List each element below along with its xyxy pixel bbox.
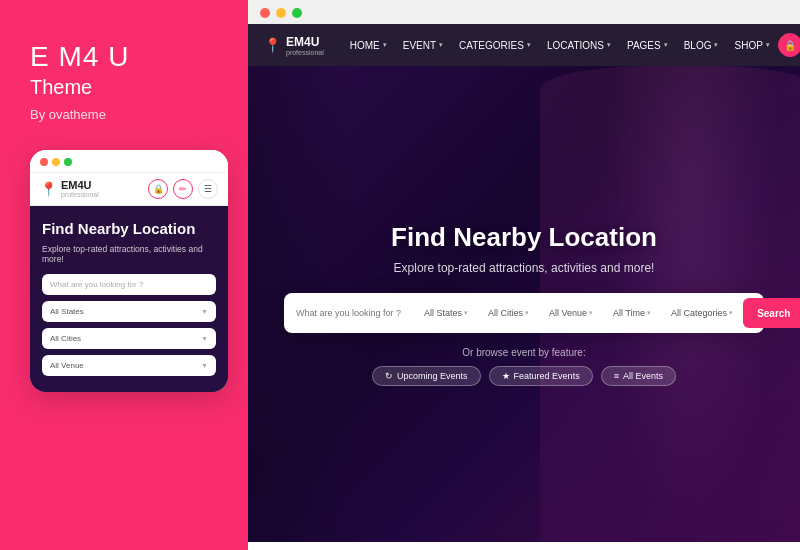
mobile-menu-icon[interactable]: ☰ (198, 179, 218, 199)
right-panel: 📍 EM4U professional HOME ▾ EVENT ▾ CATEG… (248, 0, 800, 550)
mobile-mockup: 📍 EM4U professional 🔒 ✏ ☰ Find Nearby Lo… (30, 150, 228, 393)
mobile-nav-icons: 🔒 ✏ ☰ (148, 179, 218, 199)
search-button[interactable]: Search (743, 298, 800, 328)
browse-label: Or browse event by feature: (372, 347, 676, 358)
left-panel: E M4 U Theme By ovatheme 📍 EM4U professi… (0, 0, 248, 550)
upcoming-label: Upcoming Events (397, 371, 468, 381)
nav-event-arrow: ▾ (439, 41, 443, 49)
mobile-hero-title: Find Nearby Location (42, 220, 216, 239)
categories-dropdown[interactable]: All Categories ▾ (667, 308, 737, 318)
mobile-nav-bar: 📍 EM4U professional 🔒 ✏ ☰ (30, 173, 228, 206)
search-input[interactable] (296, 308, 408, 318)
theme-title: E M4 U (30, 40, 129, 74)
mobile-logo-sub: professional (61, 191, 99, 198)
mobile-select-arrow-2: ▼ (201, 335, 208, 342)
mobile-states-select[interactable]: All States ▼ (42, 301, 216, 322)
nav-locations[interactable]: LOCATIONS ▾ (539, 24, 619, 66)
mobile-logo: 📍 EM4U professional (40, 179, 99, 198)
featured-icon: ★ (502, 371, 510, 381)
nav-lock-button[interactable]: 🔒 (778, 33, 800, 57)
mobile-dot-green (64, 158, 72, 166)
time-arrow: ▾ (647, 309, 651, 317)
site-logo-sub: professional (286, 49, 324, 56)
mobile-dot-red (40, 158, 48, 166)
site-logo-pin-icon: 📍 (264, 37, 281, 53)
upcoming-icon: ↻ (385, 371, 393, 381)
states-dropdown[interactable]: All States ▾ (420, 308, 472, 318)
nav-blog[interactable]: BLOG ▾ (676, 24, 727, 66)
nav-locations-arrow: ▾ (607, 41, 611, 49)
nav-shop[interactable]: SHOP ▾ (726, 24, 777, 66)
website-wrapper: 📍 EM4U professional HOME ▾ EVENT ▾ CATEG… (248, 24, 800, 542)
nav-event[interactable]: EVENT ▾ (395, 24, 451, 66)
all-events-pill[interactable]: ≡ All Events (601, 366, 676, 386)
mobile-top-bar (30, 150, 228, 173)
search-bar: All States ▾ All Cities ▾ All Venue ▾ (284, 293, 764, 333)
nav-home[interactable]: HOME ▾ (342, 24, 395, 66)
venue-arrow: ▾ (589, 309, 593, 317)
mobile-select-arrow-3: ▼ (201, 362, 208, 369)
upcoming-events-pill[interactable]: ↻ Upcoming Events (372, 366, 481, 386)
nav-home-arrow: ▾ (383, 41, 387, 49)
site-logo: 📍 EM4U professional (264, 35, 324, 56)
mobile-window-dots (40, 158, 72, 166)
mobile-cities-select[interactable]: All Cities ▼ (42, 328, 216, 349)
featured-events-pill[interactable]: ★ Featured Events (489, 366, 593, 386)
site-nav-links: HOME ▾ EVENT ▾ CATEGORIES ▾ LOCATIONS ▾ … (342, 24, 778, 66)
mobile-edit-icon[interactable]: ✏ (173, 179, 193, 199)
nav-categories[interactable]: CATEGORIES ▾ (451, 24, 539, 66)
nav-shop-arrow: ▾ (766, 41, 770, 49)
mobile-logo-text: EM4U (61, 179, 99, 191)
nav-pages[interactable]: PAGES ▾ (619, 24, 676, 66)
browser-dot-red (260, 8, 270, 18)
venue-dropdown[interactable]: All Venue ▾ (545, 308, 597, 318)
cities-arrow: ▾ (525, 309, 529, 317)
time-dropdown[interactable]: All Time ▾ (609, 308, 655, 318)
site-hero: Find Nearby Location Explore top-rated a… (248, 66, 800, 542)
mobile-lock-icon[interactable]: 🔒 (148, 179, 168, 199)
mobile-logo-pin-icon: 📍 (40, 181, 57, 197)
categories-arrow: ▾ (729, 309, 733, 317)
site-nav-right: 🔒 ✏ (778, 33, 800, 57)
hero-subtitle: Explore top-rated attractions, activitie… (268, 261, 780, 275)
hero-title: Find Nearby Location (268, 222, 780, 253)
nav-categories-arrow: ▾ (527, 41, 531, 49)
nav-pages-arrow: ▾ (664, 41, 668, 49)
all-events-label: All Events (623, 371, 663, 381)
theme-author: By ovatheme (30, 107, 106, 122)
hero-content: Find Nearby Location Explore top-rated a… (248, 222, 800, 347)
theme-subtitle: Theme (30, 76, 92, 99)
site-logo-text: EM4U (286, 35, 324, 49)
states-arrow: ▾ (464, 309, 468, 317)
browser-dot-green (292, 8, 302, 18)
mobile-hero-content: Find Nearby Location Explore top-rated a… (30, 206, 228, 393)
feature-pills: ↻ Upcoming Events ★ Featured Events ≡ Al… (372, 366, 676, 386)
mobile-hero-subtitle: Explore top-rated attractions, activitie… (42, 244, 216, 264)
browser-dot-yellow (276, 8, 286, 18)
all-events-icon: ≡ (614, 371, 619, 381)
cities-dropdown[interactable]: All Cities ▾ (484, 308, 533, 318)
mobile-select-arrow: ▼ (201, 308, 208, 315)
browse-feature: Or browse event by feature: ↻ Upcoming E… (372, 347, 676, 386)
mobile-venue-select[interactable]: All Venue ▼ (42, 355, 216, 376)
browser-chrome (248, 0, 800, 24)
site-nav: 📍 EM4U professional HOME ▾ EVENT ▾ CATEG… (248, 24, 800, 66)
featured-label: Featured Events (514, 371, 580, 381)
mobile-dot-yellow (52, 158, 60, 166)
nav-blog-arrow: ▾ (714, 41, 718, 49)
mobile-search-input[interactable]: What are you looking for ? (42, 274, 216, 295)
